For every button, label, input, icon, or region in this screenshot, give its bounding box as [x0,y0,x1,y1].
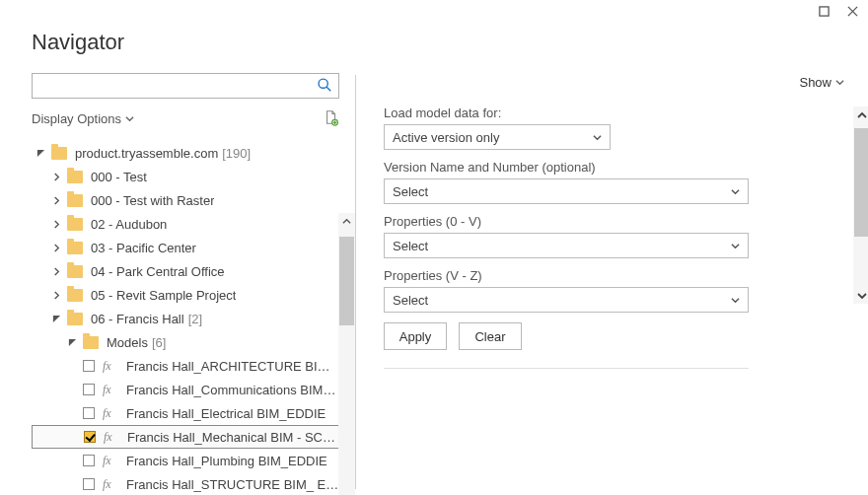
expand-toggle[interactable] [51,172,61,181]
show-label: Show [799,75,832,90]
tree-scrollbar[interactable] [338,213,355,495]
display-options-button[interactable]: Display Options [32,111,134,126]
folder-icon [51,147,67,160]
folder-icon [67,313,83,325]
expand-toggle[interactable] [51,219,61,229]
show-button[interactable]: Show [799,75,844,90]
item-count: [190] [222,146,251,161]
tree-model-item[interactable]: fx Francis Hall_STRUCTURE BIM_ EDDIE [32,472,339,492]
tree-node-label: Francis Hall_STRUCTURE BIM_ EDDIE [126,477,339,492]
svg-point-3 [319,79,327,88]
chevron-down-icon [731,184,740,199]
scroll-up-icon[interactable] [853,106,868,123]
load-model-select[interactable]: Active version only [384,124,611,150]
folder-icon [67,171,83,183]
section-divider [384,368,749,369]
page-title: Navigator [0,24,868,73]
tree-node-label: 06 - Francis Hall [91,312,184,326]
tree-model-item-selected[interactable]: fx Francis Hall_Mechanical BIM - SCHE... [32,425,339,449]
tree-node-label: 03 - Pacific Center [91,241,196,255]
search-input[interactable] [32,73,339,99]
tree-model-item[interactable]: fx Francis Hall_Communications BIM_E... [32,378,339,401]
scroll-thumb[interactable] [339,237,354,325]
tree-node-label: Francis Hall_Plumbing BIM_EDDIE [126,454,327,468]
checkbox[interactable] [83,455,95,466]
scroll-up-icon[interactable] [338,213,355,230]
tree-node-label: Models [107,335,148,350]
fx-icon: fx [103,477,120,492]
tree-node-label: 02 - Audubon [91,217,167,232]
clear-button[interactable]: Clear [459,322,522,350]
tree-folder[interactable]: 02 - Audubon [32,212,339,236]
chevron-down-icon [835,75,844,90]
load-model-label: Load model data for: [384,106,850,120]
refresh-icon[interactable] [324,108,339,129]
scroll-down-icon[interactable] [853,287,868,304]
expand-toggle[interactable] [67,337,77,347]
fx-icon: fx [103,359,120,374]
right-scrollbar[interactable] [853,106,868,304]
select-value: Select [393,184,428,199]
tree-node-label: 000 - Test with Raster [91,193,214,208]
props2-select[interactable]: Select [384,287,749,313]
tree-models-node[interactable]: Models [6] [32,330,339,354]
checkbox[interactable] [83,360,95,372]
folder-icon [67,265,83,278]
display-options-label: Display Options [32,111,121,126]
tree-node-label: 05 - Revit Sample Project [91,288,236,303]
fx-icon: fx [103,383,120,397]
tree-node-label: 04 - Park Central Office [91,264,225,279]
checkbox[interactable] [83,384,95,395]
version-label: Version Name and Number (optional) [384,160,850,175]
expand-toggle[interactable] [36,148,45,158]
checkbox[interactable] [83,478,95,490]
apply-button[interactable]: Apply [384,322,447,350]
folder-icon [67,218,83,231]
svg-marker-9 [52,315,59,321]
folder-icon [67,242,83,254]
checkbox[interactable] [83,407,95,419]
chevron-down-icon [593,130,602,145]
checkbox-checked[interactable] [84,431,96,443]
props1-label: Properties (0 - V) [384,214,850,229]
item-count: [6] [152,335,166,350]
tree-folder[interactable]: 05 - Revit Sample Project [32,283,339,307]
fx-icon: fx [103,406,120,421]
tree-folder[interactable]: 04 - Park Central Office [32,259,339,283]
expand-toggle[interactable] [51,243,61,252]
tree-folder[interactable]: 000 - Test with Raster [32,188,339,212]
expand-toggle[interactable] [51,195,61,205]
chevron-down-icon [125,111,134,126]
select-value: Select [393,239,428,253]
svg-marker-10 [68,338,75,345]
tree-node-label: Francis Hall_ARCHITECTURE BIM_20... [126,359,339,374]
tree-node-label: 000 - Test [91,170,147,184]
tree-model-item[interactable]: fx Francis Hall_Plumbing BIM_EDDIE [32,449,339,472]
chevron-down-icon [731,293,740,308]
tree-root[interactable]: product.tryassemble.com [190] [32,141,339,165]
tree-folder[interactable]: 000 - Test [32,165,339,188]
search-icon[interactable] [317,77,332,96]
apply-label: Apply [399,329,432,344]
svg-rect-0 [820,6,829,15]
tree-node-label: Francis Hall_Communications BIM_E... [126,383,339,397]
svg-line-4 [326,87,330,91]
expand-toggle[interactable] [51,314,61,323]
tree-node-label: Francis Hall_Electrical BIM_EDDIE [126,406,326,421]
tree-model-item[interactable]: fx Francis Hall_ARCHITECTURE BIM_20... [32,354,339,378]
expand-toggle[interactable] [51,290,61,300]
tree-folder-expanded[interactable]: 06 - Francis Hall [2] [32,307,339,330]
folder-icon [83,336,99,349]
select-value: Select [393,293,428,308]
props1-select[interactable]: Select [384,233,749,258]
maximize-icon[interactable] [819,5,830,20]
tree-folder[interactable]: 03 - Pacific Center [32,236,339,259]
folder-icon [67,194,83,207]
chevron-down-icon [731,239,740,253]
version-select[interactable]: Select [384,178,749,204]
close-icon[interactable] [847,5,858,20]
scroll-thumb[interactable] [854,128,868,237]
expand-toggle[interactable] [51,266,61,276]
fx-icon: fx [103,454,120,468]
tree-model-item[interactable]: fx Francis Hall_Electrical BIM_EDDIE [32,401,339,425]
